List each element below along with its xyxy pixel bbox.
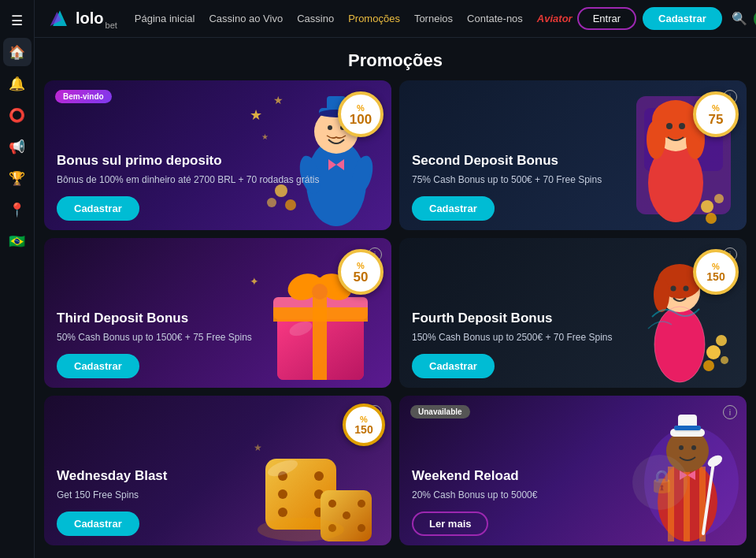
card4-title: Fourth Deposit Bonus bbox=[412, 311, 734, 326]
card5-coin: % 150 bbox=[343, 404, 385, 446]
card1-cta[interactable]: Cadastrar bbox=[57, 196, 139, 221]
sidebar-flag-icon[interactable]: 🇧🇷 bbox=[3, 227, 32, 255]
card3-content: Third Deposit Bonus 50% Cash Bonus up to… bbox=[57, 311, 379, 378]
svg-text:★: ★ bbox=[273, 94, 284, 106]
sidebar-trophy-icon[interactable]: 🏆 bbox=[3, 164, 32, 192]
sidebar-circle-icon[interactable]: ⭕ bbox=[3, 101, 32, 129]
card3-coin: % 50 bbox=[338, 249, 384, 295]
sidebar-menu-icon[interactable]: ☰ bbox=[3, 6, 32, 35]
nav-aviator[interactable]: Aviator bbox=[537, 13, 573, 24]
card5-title: Wednesday Blast bbox=[57, 468, 379, 484]
card5-cta[interactable]: Cadastrar bbox=[57, 512, 139, 536]
sidebar: ☰ 🏠 🔔 ⭕ 📢 🏆 📍 🇧🇷 bbox=[0, 0, 35, 558]
logo-text: lolo bbox=[76, 9, 104, 28]
card2-cta[interactable]: Cadastrar bbox=[412, 196, 495, 221]
card6-title: Weekend Reload bbox=[412, 468, 734, 484]
card4-content: Fourth Deposit Bonus 150% Cash Bonus up … bbox=[412, 311, 734, 378]
svg-point-26 bbox=[666, 123, 673, 129]
svg-point-45 bbox=[654, 277, 669, 312]
card-badge-1: Bem-vindo bbox=[55, 90, 112, 103]
page-title: Promoções bbox=[44, 38, 747, 80]
promo-card-5: i bbox=[44, 396, 391, 545]
sidebar-home-icon[interactable]: 🏠 bbox=[3, 38, 32, 66]
svg-point-27 bbox=[679, 123, 685, 129]
card5-desc: Get 150 Free Spins bbox=[57, 489, 379, 502]
svg-point-14 bbox=[328, 125, 332, 130]
logo-bet: bet bbox=[106, 20, 117, 30]
svg-point-47 bbox=[671, 286, 676, 292]
nav-promos[interactable]: Promoções bbox=[348, 13, 400, 24]
svg-text:★: ★ bbox=[261, 132, 269, 141]
sidebar-promo-icon[interactable]: 📢 bbox=[3, 132, 32, 161]
svg-text:✦: ✦ bbox=[250, 275, 259, 288]
card2-coin: % 75 bbox=[693, 91, 739, 137]
nav-casino[interactable]: Cassino bbox=[297, 13, 334, 24]
card6-cta[interactable]: Ler mais bbox=[412, 512, 488, 536]
card6-badge: Unavailable bbox=[410, 405, 470, 418]
card1-coin: % 100 bbox=[338, 91, 384, 137]
sidebar-pin-icon[interactable]: 📍 bbox=[3, 195, 32, 224]
card1-desc: Bônus de 100% em dinheiro até 2700 BRL +… bbox=[57, 173, 379, 187]
card6-info[interactable]: i bbox=[723, 405, 737, 419]
card2-content: Second Deposit Bonus 75% Cash Bonus up t… bbox=[412, 153, 734, 221]
card4-desc: 150% Cash Bonus up to 2500€ + 70 Free Sp… bbox=[412, 331, 734, 344]
promo-card-2: i bbox=[399, 80, 747, 230]
svg-point-48 bbox=[684, 286, 689, 292]
svg-rect-79 bbox=[674, 426, 701, 430]
main-content: Promoções Bem-vindo ★ ★ ★ bbox=[35, 38, 756, 555]
nav-torneios[interactable]: Torneios bbox=[414, 13, 453, 24]
card3-desc: 50% Cash Bonus up to 1500€ + 75 Free Spi… bbox=[57, 331, 379, 344]
top-nav: lolo bet Página inicial Cassino ao Vivo … bbox=[0, 0, 756, 38]
card2-title: Second Deposit Bonus bbox=[412, 153, 734, 169]
card3-cta[interactable]: Cadastrar bbox=[57, 354, 139, 378]
promo-card-3: i bbox=[44, 238, 391, 388]
nav-home[interactable]: Página inicial bbox=[135, 13, 195, 24]
card1-title: Bonus sul primo deposito bbox=[57, 153, 379, 169]
svg-text:★: ★ bbox=[250, 107, 262, 123]
search-icon[interactable]: 🔍 bbox=[732, 11, 747, 26]
logo[interactable]: lolo bet bbox=[47, 6, 117, 32]
entrar-button[interactable]: Entrar bbox=[577, 7, 636, 30]
cadastrar-nav-button[interactable]: Cadastrar bbox=[643, 7, 722, 30]
logo-icon bbox=[47, 6, 72, 32]
svg-point-81 bbox=[691, 445, 696, 450]
card3-title: Third Deposit Bonus bbox=[57, 311, 379, 326]
promo-card-6: Unavailable i bbox=[399, 396, 747, 545]
promo-card-4: i bbox=[399, 238, 747, 388]
card4-cta[interactable]: Cadastrar bbox=[412, 354, 495, 378]
nav-contate[interactable]: Contate-nos bbox=[467, 13, 523, 24]
svg-point-38 bbox=[312, 284, 328, 299]
card4-coin: % 150 bbox=[693, 249, 739, 295]
nav-links: Página inicial Cassino ao Vivo Cassino P… bbox=[135, 13, 573, 24]
card6-content: Weekend Reload 20% Cash Bonus up to 5000… bbox=[412, 468, 734, 536]
sidebar-bell-icon[interactable]: 🔔 bbox=[3, 69, 32, 98]
promo-grid: Bem-vindo ★ ★ ★ bbox=[44, 80, 747, 545]
svg-text:★: ★ bbox=[254, 442, 262, 453]
nav-live[interactable]: Cassino ao Vivo bbox=[209, 13, 283, 24]
card2-desc: 75% Cash Bonus up to 500€ + 70 Free Spin… bbox=[412, 173, 734, 187]
card6-desc: 20% Cash Bonus up to 5000€ bbox=[412, 489, 734, 502]
card5-content: Wednesday Blast Get 150 Free Spins Cadas… bbox=[57, 468, 379, 536]
svg-point-80 bbox=[679, 445, 684, 450]
nav-actions: Entrar Cadastrar 🔍 🇧🇷 bbox=[577, 7, 756, 30]
card1-content: Bonus sul primo deposito Bônus de 100% e… bbox=[57, 153, 379, 221]
promo-card-1: Bem-vindo ★ ★ ★ bbox=[44, 80, 391, 230]
